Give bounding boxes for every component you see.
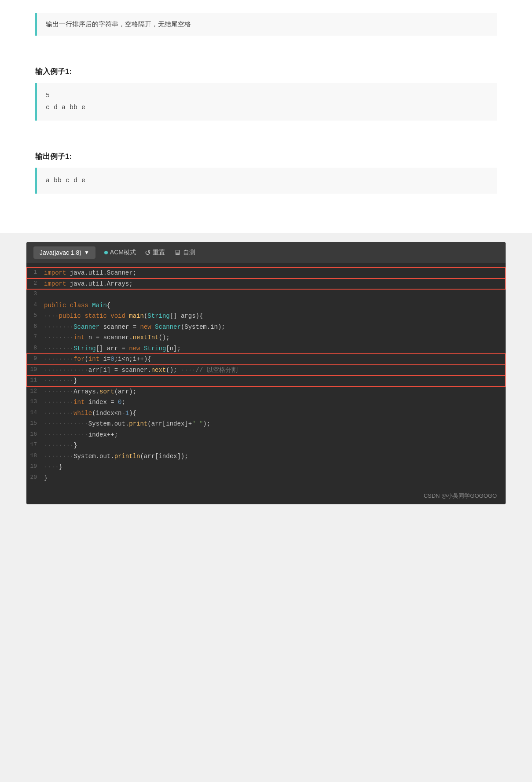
code-line-12: 12 ········Arrays.sort(arr); <box>26 386 506 397</box>
line-content-14: ········while(index<n-1){ <box>44 408 506 419</box>
line-content-16: ············index++; <box>44 430 506 441</box>
line-content-17: ········} <box>44 440 506 451</box>
line-num-17: 17 <box>26 440 44 450</box>
line-num-18: 18 <box>26 451 44 461</box>
line-num-15: 15 <box>26 419 44 429</box>
code-line-9: 9 ········for(int i=0;i<n;i++){ <box>26 354 506 365</box>
output-line-1: a bb c d e <box>46 175 488 187</box>
editor-toolbar: Java(javac 1.8) ▼ ACM模式 ↺ 重置 🖥 自测 <box>26 242 506 263</box>
line-num-12: 12 <box>26 386 44 397</box>
line-content-18: ········System.out.println(arr[index]); <box>44 451 506 462</box>
line-num-1: 1 <box>26 268 44 278</box>
input-line-2: c d a bb e <box>46 102 488 114</box>
code-line-8: 8 ········String[] arr = new String[n]; <box>26 343 506 354</box>
code-line-13: 13 ········int index = 0; <box>26 397 506 408</box>
code-line-4: 4 public class Main{ <box>26 300 506 311</box>
code-line-11: 11 ········} <box>26 375 506 386</box>
input-example-title: 输入例子1: <box>35 66 497 77</box>
code-area: 1 import java.util.Scanner; 2 import jav… <box>26 263 506 488</box>
line-content-9: ········for(int i=0;i<n;i++){ <box>44 354 506 365</box>
code-line-2: 2 import java.util.Arrays; <box>26 279 506 290</box>
top-section: 输出一行排序后的字符串，空格隔开，无结尾空格 输入例子1: 5 c d a bb… <box>0 0 532 233</box>
watermark: CSDN @小吴同学GOGOGO <box>26 488 506 504</box>
code-line-14: 14 ········while(index<n-1){ <box>26 408 506 419</box>
line-content-5: ····public static void main(String[] arg… <box>44 311 506 322</box>
line-content-4: public class Main{ <box>44 300 506 311</box>
code-line-5: 5 ····public static void main(String[] a… <box>26 311 506 322</box>
line-num-9: 9 <box>26 354 44 364</box>
line-num-11: 11 <box>26 375 44 385</box>
selftest-button[interactable]: 🖥 自测 <box>174 249 195 257</box>
line-num-8: 8 <box>26 343 44 353</box>
line-content-19: ····} <box>44 462 506 473</box>
line-content-15: ············System.out.print(arr[index]+… <box>44 419 506 430</box>
lang-label: Java(javac 1.8) <box>40 249 81 256</box>
reset-icon: ↺ <box>145 249 150 257</box>
line-content-6: ········Scanner scanner = new Scanner(Sy… <box>44 322 506 333</box>
code-editor: Java(javac 1.8) ▼ ACM模式 ↺ 重置 🖥 自测 1 impo… <box>26 242 506 504</box>
input-example-block: 5 c d a bb e <box>35 83 497 121</box>
line-num-6: 6 <box>26 322 44 332</box>
line-num-14: 14 <box>26 408 44 418</box>
code-line-7: 7 ········int n = scanner.nextInt(); <box>26 332 506 343</box>
line-num-3: 3 <box>26 289 44 299</box>
line-content-3 <box>44 289 506 300</box>
acm-mode-toggle[interactable]: ACM模式 <box>104 249 136 257</box>
code-line-1: 1 import java.util.Scanner; <box>26 268 506 279</box>
line-content-1: import java.util.Scanner; <box>44 268 506 279</box>
code-line-20: 20 } <box>26 473 506 484</box>
code-line-6: 6 ········Scanner scanner = new Scanner(… <box>26 322 506 333</box>
code-line-16: 16 ············index++; <box>26 430 506 441</box>
line-num-10: 10 <box>26 365 44 375</box>
line-content-7: ········int n = scanner.nextInt(); <box>44 332 506 343</box>
code-line-3: 3 <box>26 289 506 300</box>
line-content-13: ········int index = 0; <box>44 397 506 408</box>
line-num-13: 13 <box>26 397 44 407</box>
line-num-2: 2 <box>26 279 44 289</box>
line-content-10: ············arr[i] = scanner.next(); ···… <box>44 365 506 376</box>
language-selector[interactable]: Java(javac 1.8) ▼ <box>33 246 95 259</box>
chevron-down-icon: ▼ <box>84 250 89 256</box>
acm-dot-icon <box>104 251 108 254</box>
output-example-title: 输出例子1: <box>35 151 497 162</box>
line-num-16: 16 <box>26 430 44 440</box>
code-line-10: 10 ············arr[i] = scanner.next(); … <box>26 365 506 376</box>
code-line-18: 18 ········System.out.println(arr[index]… <box>26 451 506 462</box>
output-example-block: a bb c d e <box>35 168 497 194</box>
input-line-1: 5 <box>46 90 488 102</box>
line-num-4: 4 <box>26 300 44 310</box>
line-content-2: import java.util.Arrays; <box>44 279 506 290</box>
line-content-12: ········Arrays.sort(arr); <box>44 386 506 397</box>
code-line-19: 19 ····} <box>26 462 506 473</box>
line-content-20: } <box>44 473 506 484</box>
line-content-8: ········String[] arr = new String[n]; <box>44 343 506 354</box>
reset-label: 重置 <box>153 249 165 257</box>
acm-label: ACM模式 <box>110 249 136 257</box>
code-line-15: 15 ············System.out.print(arr[inde… <box>26 419 506 430</box>
page-wrapper: 输出一行排序后的字符串，空格隔开，无结尾空格 输入例子1: 5 c d a bb… <box>0 0 532 504</box>
line-num-19: 19 <box>26 462 44 472</box>
output-desc-text: 输出一行排序后的字符串，空格隔开，无结尾空格 <box>46 20 191 28</box>
selftest-icon: 🖥 <box>174 249 181 257</box>
line-num-7: 7 <box>26 332 44 342</box>
line-num-5: 5 <box>26 311 44 321</box>
line-content-11: ········} <box>44 375 506 386</box>
output-description: 输出一行排序后的字符串，空格隔开，无结尾空格 <box>35 13 497 36</box>
line-num-20: 20 <box>26 473 44 483</box>
reset-button[interactable]: ↺ 重置 <box>145 249 165 257</box>
selftest-label: 自测 <box>183 249 195 257</box>
code-line-17: 17 ········} <box>26 440 506 451</box>
